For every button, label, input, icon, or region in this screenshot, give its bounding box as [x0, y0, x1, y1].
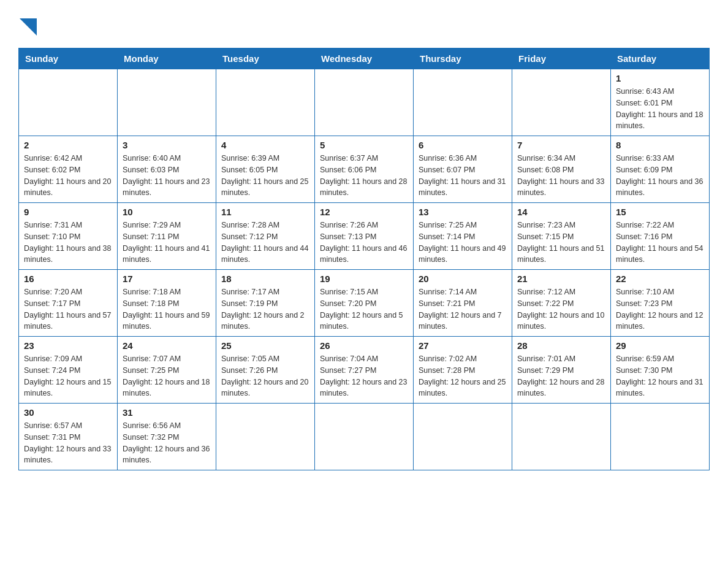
day-number: 23	[24, 340, 112, 351]
day-info: Sunrise: 7:15 AMSunset: 7:20 PMDaylight:…	[320, 286, 408, 332]
calendar-week-1: 1Sunrise: 6:43 AMSunset: 6:01 PMDaylight…	[19, 69, 710, 136]
day-info: Sunrise: 6:43 AMSunset: 6:01 PMDaylight:…	[616, 86, 704, 132]
calendar-cell: 7Sunrise: 6:34 AMSunset: 6:08 PMDaylight…	[512, 136, 611, 203]
day-number: 12	[320, 207, 408, 217]
calendar-cell: 9Sunrise: 7:31 AMSunset: 7:10 PMDaylight…	[19, 203, 118, 270]
calendar-cell	[315, 404, 414, 470]
day-info: Sunrise: 7:04 AMSunset: 7:27 PMDaylight:…	[320, 353, 408, 399]
calendar-cell: 2Sunrise: 6:42 AMSunset: 6:02 PMDaylight…	[19, 136, 118, 203]
calendar-header-row: SundayMondayTuesdayWednesdayThursdayFrid…	[19, 48, 710, 69]
calendar-cell: 13Sunrise: 7:25 AMSunset: 7:14 PMDayligh…	[414, 203, 512, 270]
weekday-header-tuesday: Tuesday	[216, 48, 315, 69]
logo	[18, 18, 37, 37]
day-info: Sunrise: 6:40 AMSunset: 6:03 PMDaylight:…	[123, 153, 211, 199]
day-number: 24	[123, 340, 211, 351]
day-info: Sunrise: 7:09 AMSunset: 7:24 PMDaylight:…	[24, 353, 112, 399]
day-info: Sunrise: 7:17 AMSunset: 7:19 PMDaylight:…	[221, 286, 309, 332]
calendar-week-6: 30Sunrise: 6:57 AMSunset: 7:31 PMDayligh…	[19, 404, 710, 470]
calendar-cell: 22Sunrise: 7:10 AMSunset: 7:23 PMDayligh…	[611, 270, 710, 337]
day-number: 7	[517, 140, 605, 150]
calendar-cell: 3Sunrise: 6:40 AMSunset: 6:03 PMDaylight…	[118, 136, 216, 203]
day-number: 29	[616, 340, 704, 351]
calendar-week-2: 2Sunrise: 6:42 AMSunset: 6:02 PMDaylight…	[19, 136, 710, 203]
calendar-cell: 12Sunrise: 7:26 AMSunset: 7:13 PMDayligh…	[315, 203, 414, 270]
calendar-cell: 5Sunrise: 6:37 AMSunset: 6:06 PMDaylight…	[315, 136, 414, 203]
day-info: Sunrise: 7:01 AMSunset: 7:29 PMDaylight:…	[517, 353, 605, 399]
calendar-cell	[216, 69, 315, 136]
day-info: Sunrise: 7:23 AMSunset: 7:15 PMDaylight:…	[517, 220, 605, 266]
calendar-cell	[414, 404, 512, 470]
day-info: Sunrise: 6:39 AMSunset: 6:05 PMDaylight:…	[221, 153, 309, 199]
day-number: 4	[221, 140, 309, 150]
calendar-cell: 26Sunrise: 7:04 AMSunset: 7:27 PMDayligh…	[315, 337, 414, 404]
calendar-cell: 19Sunrise: 7:15 AMSunset: 7:20 PMDayligh…	[315, 270, 414, 337]
calendar-cell: 25Sunrise: 7:05 AMSunset: 7:26 PMDayligh…	[216, 337, 315, 404]
day-info: Sunrise: 7:22 AMSunset: 7:16 PMDaylight:…	[616, 220, 704, 266]
day-number: 8	[616, 140, 704, 150]
calendar-cell: 1Sunrise: 6:43 AMSunset: 6:01 PMDaylight…	[611, 69, 710, 136]
day-number: 11	[221, 207, 309, 217]
calendar-cell: 24Sunrise: 7:07 AMSunset: 7:25 PMDayligh…	[118, 337, 216, 404]
calendar-cell	[118, 69, 216, 136]
day-number: 22	[616, 274, 704, 284]
calendar-cell: 18Sunrise: 7:17 AMSunset: 7:19 PMDayligh…	[216, 270, 315, 337]
day-info: Sunrise: 7:29 AMSunset: 7:11 PMDaylight:…	[123, 220, 211, 266]
day-number: 2	[24, 140, 112, 150]
calendar-table: SundayMondayTuesdayWednesdayThursdayFrid…	[18, 48, 710, 470]
calendar-week-5: 23Sunrise: 7:09 AMSunset: 7:24 PMDayligh…	[19, 337, 710, 404]
day-number: 15	[616, 207, 704, 217]
calendar-cell	[512, 69, 611, 136]
day-info: Sunrise: 7:20 AMSunset: 7:17 PMDaylight:…	[24, 286, 112, 332]
calendar-cell: 23Sunrise: 7:09 AMSunset: 7:24 PMDayligh…	[19, 337, 118, 404]
day-info: Sunrise: 7:31 AMSunset: 7:10 PMDaylight:…	[24, 220, 112, 266]
calendar-cell: 29Sunrise: 6:59 AMSunset: 7:30 PMDayligh…	[611, 337, 710, 404]
day-number: 31	[123, 407, 211, 418]
weekday-header-saturday: Saturday	[611, 48, 710, 69]
calendar-cell	[512, 404, 611, 470]
day-info: Sunrise: 7:18 AMSunset: 7:18 PMDaylight:…	[123, 286, 211, 332]
calendar-cell: 31Sunrise: 6:56 AMSunset: 7:32 PMDayligh…	[118, 404, 216, 470]
day-number: 18	[221, 274, 309, 284]
day-number: 20	[419, 274, 507, 284]
page-header	[18, 12, 710, 37]
day-info: Sunrise: 6:57 AMSunset: 7:31 PMDaylight:…	[24, 420, 112, 466]
day-info: Sunrise: 6:42 AMSunset: 6:02 PMDaylight:…	[24, 153, 112, 199]
day-info: Sunrise: 7:10 AMSunset: 7:23 PMDaylight:…	[616, 286, 704, 332]
day-number: 13	[419, 207, 507, 217]
calendar-cell: 27Sunrise: 7:02 AMSunset: 7:28 PMDayligh…	[414, 337, 512, 404]
day-number: 30	[24, 407, 112, 418]
calendar-cell: 20Sunrise: 7:14 AMSunset: 7:21 PMDayligh…	[414, 270, 512, 337]
day-number: 28	[517, 340, 605, 351]
day-number: 21	[517, 274, 605, 284]
day-info: Sunrise: 7:28 AMSunset: 7:12 PMDaylight:…	[221, 220, 309, 266]
calendar-week-3: 9Sunrise: 7:31 AMSunset: 7:10 PMDaylight…	[19, 203, 710, 270]
calendar-cell: 14Sunrise: 7:23 AMSunset: 7:15 PMDayligh…	[512, 203, 611, 270]
day-info: Sunrise: 6:37 AMSunset: 6:06 PMDaylight:…	[320, 153, 408, 199]
calendar-cell: 11Sunrise: 7:28 AMSunset: 7:12 PMDayligh…	[216, 203, 315, 270]
calendar-cell	[611, 404, 710, 470]
day-info: Sunrise: 6:59 AMSunset: 7:30 PMDaylight:…	[616, 353, 704, 399]
day-info: Sunrise: 6:34 AMSunset: 6:08 PMDaylight:…	[517, 153, 605, 199]
calendar-cell	[19, 69, 118, 136]
day-info: Sunrise: 7:12 AMSunset: 7:22 PMDaylight:…	[517, 286, 605, 332]
day-info: Sunrise: 7:25 AMSunset: 7:14 PMDaylight:…	[419, 220, 507, 266]
calendar-cell: 10Sunrise: 7:29 AMSunset: 7:11 PMDayligh…	[118, 203, 216, 270]
calendar-cell: 30Sunrise: 6:57 AMSunset: 7:31 PMDayligh…	[19, 404, 118, 470]
calendar-cell: 17Sunrise: 7:18 AMSunset: 7:18 PMDayligh…	[118, 270, 216, 337]
svg-marker-0	[20, 18, 37, 36]
weekday-header-monday: Monday	[118, 48, 216, 69]
day-info: Sunrise: 7:07 AMSunset: 7:25 PMDaylight:…	[123, 353, 211, 399]
day-number: 1	[616, 73, 704, 83]
calendar-cell: 8Sunrise: 6:33 AMSunset: 6:09 PMDaylight…	[611, 136, 710, 203]
logo-triangle-icon	[20, 18, 37, 36]
calendar-cell	[414, 69, 512, 136]
day-info: Sunrise: 7:02 AMSunset: 7:28 PMDaylight:…	[419, 353, 507, 399]
day-number: 16	[24, 274, 112, 284]
day-number: 5	[320, 140, 408, 150]
day-info: Sunrise: 7:14 AMSunset: 7:21 PMDaylight:…	[419, 286, 507, 332]
calendar-cell: 16Sunrise: 7:20 AMSunset: 7:17 PMDayligh…	[19, 270, 118, 337]
day-number: 10	[123, 207, 211, 217]
calendar-week-4: 16Sunrise: 7:20 AMSunset: 7:17 PMDayligh…	[19, 270, 710, 337]
day-number: 6	[419, 140, 507, 150]
day-number: 25	[221, 340, 309, 351]
